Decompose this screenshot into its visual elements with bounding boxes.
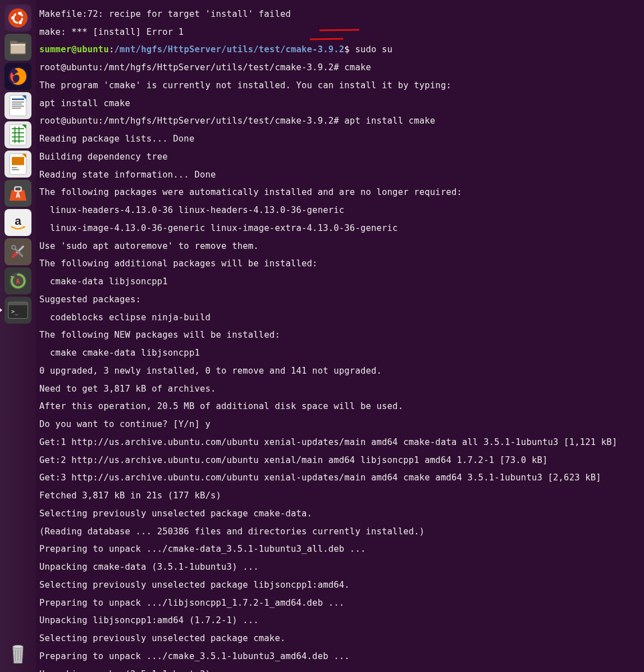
output-line: Get:3 http://us.archive.ubuntu.com/ubunt…	[39, 474, 643, 483]
svg-rect-14	[12, 106, 24, 107]
launcher-updater[interactable]: A	[4, 267, 31, 294]
output-line: Use 'sudo apt autoremove' to remove them…	[39, 242, 643, 251]
svg-rect-37	[8, 302, 28, 305]
output-line: Preparing to unpack .../cmake-data_3.5.1…	[39, 545, 643, 554]
launcher-trash[interactable]	[4, 639, 31, 666]
svg-rect-6	[10, 41, 17, 44]
output-line: cmake-data libjsoncpp1	[39, 278, 643, 287]
output-line: Get:1 http://us.archive.ubuntu.com/ubunt…	[39, 438, 643, 447]
launcher-amazon[interactable]: a	[4, 209, 31, 236]
output-line: Reading package lists... Done	[39, 135, 643, 144]
output-line: The program 'cmake' is currently not ins…	[39, 81, 643, 90]
output-line: apt install cmake	[39, 99, 643, 108]
settings-icon	[8, 242, 28, 262]
output-line: After this operation, 20.5 MB of additio…	[39, 402, 643, 411]
launcher-software[interactable]: A	[4, 180, 31, 207]
prompt-path: /mnt/hgfs/HttpServer/utils/test/cmake-3.…	[114, 44, 344, 55]
command-input: cmake	[344, 62, 371, 72]
launcher-files[interactable]	[4, 34, 31, 61]
output-line: Reading state information... Done	[39, 171, 643, 180]
ubuntu-icon	[8, 8, 28, 28]
output-line: Unpacking libjsoncpp1:amd64 (1.7.2-1) ..…	[39, 616, 643, 625]
output-line: Do you want to continue? [Y/n] y	[39, 420, 643, 429]
svg-rect-12	[12, 102, 24, 103]
svg-rect-24	[12, 157, 24, 165]
svg-rect-13	[12, 103, 22, 105]
firefox-icon	[7, 65, 29, 88]
prompt-line: summer@ubuntu:/mnt/hgfs/HttpServer/utils…	[39, 46, 643, 55]
unity-launcher: A a A	[0, 0, 36, 672]
launcher-settings[interactable]	[4, 238, 31, 265]
prompt-line: root@ubuntu:/mnt/hgfs/HttpServer/utils/t…	[39, 117, 643, 126]
launcher-dash[interactable]	[4, 4, 31, 31]
svg-text:>_: >_	[11, 308, 19, 315]
output-line: Unpacking cmake (3.5.1-1ubuntu3) ...	[39, 670, 643, 672]
svg-text:A: A	[16, 191, 20, 199]
user-input: y	[205, 419, 211, 429]
output-line: Selecting previously unselected package …	[39, 510, 643, 519]
output-line: codeblocks eclipse ninja-build	[39, 314, 643, 323]
output-line: Preparing to unpack .../libjsoncpp1_1.7.…	[39, 599, 643, 608]
prompt-line: root@ubuntu:/mnt/hgfs/HttpServer/utils/t…	[39, 63, 643, 72]
output-line: Selecting previously unselected package …	[39, 634, 643, 643]
launcher-firefox[interactable]	[4, 63, 31, 90]
svg-rect-15	[12, 108, 21, 109]
launcher-calc[interactable]	[4, 121, 31, 148]
svg-rect-26	[12, 169, 19, 170]
updater-icon: A	[7, 270, 29, 292]
output-line: Makefile:72: recipe for target 'install'…	[39, 10, 643, 19]
svg-rect-11	[12, 98, 24, 100]
output-line: 0 upgraded, 3 newly installed, 0 to remo…	[39, 367, 643, 376]
prompt-root: root@ubuntu:/mnt/hgfs/HttpServer/utils/t…	[39, 116, 344, 126]
output-line: The following additional packages will b…	[39, 260, 643, 269]
launcher-impress[interactable]	[4, 151, 31, 178]
files-icon	[8, 39, 28, 56]
launcher-terminal[interactable]: >_	[4, 297, 31, 324]
output-line: (Reading database ... 250386 files and d…	[39, 528, 643, 537]
impress-icon	[8, 153, 28, 175]
output-line: Get:2 http://us.archive.ubuntu.com/ubunt…	[39, 456, 643, 465]
svg-rect-25	[12, 167, 17, 168]
terminal-icon: >_	[7, 301, 29, 320]
svg-rect-8	[11, 44, 25, 46]
amazon-icon: a	[7, 212, 29, 233]
output-line: Fetched 3,817 kB in 21s (177 kB/s)	[39, 492, 643, 501]
writer-icon	[8, 94, 28, 117]
command-input: sudo su	[355, 44, 392, 55]
output-line: Preparing to unpack .../cmake_3.5.1-1ubu…	[39, 652, 643, 661]
command-input: apt install cmake	[344, 116, 435, 126]
output-line: Building dependency tree	[39, 153, 643, 162]
launcher-writer[interactable]	[4, 92, 31, 119]
output-line: linux-headers-4.13.0-36 linux-headers-4.…	[39, 206, 643, 215]
svg-text:a: a	[15, 214, 21, 227]
output-line: Unpacking cmake-data (3.5.1-1ubuntu3) ..…	[39, 563, 643, 572]
output-line: Selecting previously unselected package …	[39, 581, 643, 590]
svg-text:A: A	[16, 278, 20, 285]
svg-point-39	[13, 645, 23, 648]
software-icon: A	[7, 183, 29, 204]
terminal-viewport[interactable]: Makefile:72: recipe for target 'install'…	[38, 0, 644, 672]
output-line: cmake cmake-data libjsoncpp1	[39, 349, 643, 358]
trash-icon	[7, 641, 29, 665]
output-line: Suggested packages:	[39, 296, 643, 305]
output-line: The following packages were automaticall…	[39, 188, 643, 197]
output-line: The following NEW packages will be insta…	[39, 331, 643, 340]
prompt-user: summer@ubuntu	[39, 44, 109, 55]
svg-rect-16	[10, 125, 26, 145]
calc-icon	[8, 124, 28, 146]
prompt-root: root@ubuntu:/mnt/hgfs/HttpServer/utils/t…	[39, 62, 344, 72]
output-line: linux-image-4.13.0-36-generic linux-imag…	[39, 224, 643, 233]
output-line: Need to get 3,817 kB of archives.	[39, 385, 643, 394]
